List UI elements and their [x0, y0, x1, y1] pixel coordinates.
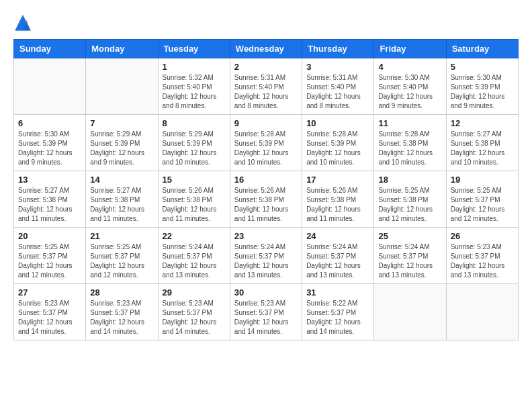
calendar-cell: 19Sunrise: 5:25 AM Sunset: 5:37 PM Dayli… — [446, 171, 518, 228]
day-number: 24 — [306, 231, 369, 241]
calendar-cell: 26Sunrise: 5:23 AM Sunset: 5:37 PM Dayli… — [446, 228, 518, 284]
day-info: Sunrise: 5:25 AM Sunset: 5:37 PM Dayligh… — [451, 186, 514, 224]
calendar-cell: 4Sunrise: 5:30 AM Sunset: 5:40 PM Daylig… — [374, 58, 446, 115]
calendar-cell: 13Sunrise: 5:27 AM Sunset: 5:38 PM Dayli… — [14, 171, 86, 228]
day-info: Sunrise: 5:32 AM Sunset: 5:40 PM Dayligh… — [163, 73, 226, 111]
calendar-cell: 14Sunrise: 5:27 AM Sunset: 5:38 PM Dayli… — [86, 171, 158, 228]
day-number: 26 — [451, 231, 514, 241]
day-number: 16 — [234, 175, 298, 185]
day-number: 13 — [18, 175, 81, 185]
page-header — [13, 13, 519, 32]
calendar-cell: 29Sunrise: 5:23 AM Sunset: 5:37 PM Dayli… — [158, 284, 230, 340]
calendar-header-tuesday: Tuesday — [158, 40, 230, 58]
day-number: 10 — [306, 118, 369, 128]
calendar-header-friday: Friday — [374, 40, 446, 58]
logo — [13, 13, 35, 32]
day-number: 14 — [90, 175, 153, 185]
day-info: Sunrise: 5:23 AM Sunset: 5:37 PM Dayligh… — [451, 242, 514, 280]
calendar-cell: 10Sunrise: 5:28 AM Sunset: 5:39 PM Dayli… — [302, 115, 374, 171]
calendar-cell: 7Sunrise: 5:29 AM Sunset: 5:39 PM Daylig… — [86, 115, 158, 171]
calendar-week-1: 1Sunrise: 5:32 AM Sunset: 5:40 PM Daylig… — [14, 58, 519, 115]
calendar-cell: 31Sunrise: 5:22 AM Sunset: 5:37 PM Dayli… — [302, 284, 374, 340]
calendar-cell: 20Sunrise: 5:25 AM Sunset: 5:37 PM Dayli… — [14, 228, 86, 284]
calendar-cell: 25Sunrise: 5:24 AM Sunset: 5:37 PM Dayli… — [374, 228, 446, 284]
calendar-cell: 30Sunrise: 5:23 AM Sunset: 5:37 PM Dayli… — [230, 284, 302, 340]
day-number: 8 — [163, 118, 226, 128]
calendar-week-2: 6Sunrise: 5:30 AM Sunset: 5:39 PM Daylig… — [14, 115, 519, 171]
calendar-cell: 6Sunrise: 5:30 AM Sunset: 5:39 PM Daylig… — [14, 115, 86, 171]
day-info: Sunrise: 5:27 AM Sunset: 5:38 PM Dayligh… — [90, 186, 153, 224]
day-info: Sunrise: 5:30 AM Sunset: 5:39 PM Dayligh… — [18, 130, 81, 167]
day-number: 3 — [306, 62, 369, 72]
day-number: 17 — [306, 175, 369, 185]
day-number: 5 — [451, 62, 514, 72]
calendar-cell: 1Sunrise: 5:32 AM Sunset: 5:40 PM Daylig… — [158, 58, 230, 115]
day-info: Sunrise: 5:28 AM Sunset: 5:39 PM Dayligh… — [234, 130, 298, 167]
day-number: 30 — [234, 287, 298, 298]
day-number: 23 — [234, 231, 298, 241]
calendar-header-row: SundayMondayTuesdayWednesdayThursdayFrid… — [14, 40, 519, 58]
calendar-header-wednesday: Wednesday — [230, 40, 302, 58]
calendar-cell: 18Sunrise: 5:25 AM Sunset: 5:38 PM Dayli… — [374, 171, 446, 228]
day-info: Sunrise: 5:27 AM Sunset: 5:38 PM Dayligh… — [451, 130, 514, 167]
day-info: Sunrise: 5:30 AM Sunset: 5:40 PM Dayligh… — [378, 73, 441, 111]
calendar-week-4: 20Sunrise: 5:25 AM Sunset: 5:37 PM Dayli… — [14, 228, 519, 284]
day-number: 28 — [90, 287, 153, 298]
calendar-cell: 22Sunrise: 5:24 AM Sunset: 5:37 PM Dayli… — [158, 228, 230, 284]
calendar-header-sunday: Sunday — [14, 40, 86, 58]
day-number: 31 — [306, 287, 369, 298]
calendar-week-3: 13Sunrise: 5:27 AM Sunset: 5:38 PM Dayli… — [14, 171, 519, 228]
day-info: Sunrise: 5:29 AM Sunset: 5:39 PM Dayligh… — [90, 130, 153, 167]
day-info: Sunrise: 5:24 AM Sunset: 5:37 PM Dayligh… — [234, 242, 298, 280]
calendar-cell: 9Sunrise: 5:28 AM Sunset: 5:39 PM Daylig… — [230, 115, 302, 171]
day-number: 9 — [234, 118, 298, 128]
day-info: Sunrise: 5:26 AM Sunset: 5:38 PM Dayligh… — [234, 186, 298, 224]
calendar-cell: 17Sunrise: 5:26 AM Sunset: 5:38 PM Dayli… — [302, 171, 374, 228]
day-number: 18 — [378, 175, 441, 185]
day-info: Sunrise: 5:25 AM Sunset: 5:38 PM Dayligh… — [378, 186, 441, 224]
day-number: 6 — [18, 118, 81, 128]
calendar-cell: 3Sunrise: 5:31 AM Sunset: 5:40 PM Daylig… — [302, 58, 374, 115]
day-number: 2 — [234, 62, 298, 72]
day-info: Sunrise: 5:30 AM Sunset: 5:39 PM Dayligh… — [451, 73, 514, 111]
day-number: 7 — [90, 118, 153, 128]
day-info: Sunrise: 5:22 AM Sunset: 5:37 PM Dayligh… — [306, 299, 369, 336]
calendar-cell: 5Sunrise: 5:30 AM Sunset: 5:39 PM Daylig… — [446, 58, 518, 115]
day-info: Sunrise: 5:23 AM Sunset: 5:37 PM Dayligh… — [90, 299, 153, 336]
day-number: 20 — [18, 231, 81, 241]
day-info: Sunrise: 5:29 AM Sunset: 5:39 PM Dayligh… — [163, 130, 226, 167]
day-info: Sunrise: 5:27 AM Sunset: 5:38 PM Dayligh… — [18, 186, 81, 224]
day-info: Sunrise: 5:25 AM Sunset: 5:37 PM Dayligh… — [90, 242, 153, 280]
day-info: Sunrise: 5:31 AM Sunset: 5:40 PM Dayligh… — [306, 73, 369, 111]
day-info: Sunrise: 5:25 AM Sunset: 5:37 PM Dayligh… — [18, 242, 81, 280]
day-info: Sunrise: 5:26 AM Sunset: 5:38 PM Dayligh… — [306, 186, 369, 224]
calendar-cell — [14, 58, 86, 115]
calendar-header-thursday: Thursday — [302, 40, 374, 58]
calendar-cell — [374, 284, 446, 340]
day-number: 29 — [163, 287, 226, 298]
day-info: Sunrise: 5:26 AM Sunset: 5:38 PM Dayligh… — [163, 186, 226, 224]
day-number: 12 — [451, 118, 514, 128]
calendar-cell — [86, 58, 158, 115]
day-info: Sunrise: 5:24 AM Sunset: 5:37 PM Dayligh… — [378, 242, 441, 280]
calendar-header-monday: Monday — [86, 40, 158, 58]
day-number: 21 — [90, 231, 153, 241]
calendar-table: SundayMondayTuesdayWednesdayThursdayFrid… — [13, 39, 519, 340]
day-info: Sunrise: 5:23 AM Sunset: 5:37 PM Dayligh… — [18, 299, 81, 336]
calendar-week-5: 27Sunrise: 5:23 AM Sunset: 5:37 PM Dayli… — [14, 284, 519, 340]
calendar-cell: 2Sunrise: 5:31 AM Sunset: 5:40 PM Daylig… — [230, 58, 302, 115]
calendar-cell: 23Sunrise: 5:24 AM Sunset: 5:37 PM Dayli… — [230, 228, 302, 284]
day-info: Sunrise: 5:24 AM Sunset: 5:37 PM Dayligh… — [163, 242, 226, 280]
day-info: Sunrise: 5:28 AM Sunset: 5:38 PM Dayligh… — [378, 130, 441, 167]
day-number: 15 — [163, 175, 226, 185]
calendar-cell: 15Sunrise: 5:26 AM Sunset: 5:38 PM Dayli… — [158, 171, 230, 228]
calendar-cell: 24Sunrise: 5:24 AM Sunset: 5:37 PM Dayli… — [302, 228, 374, 284]
day-number: 19 — [451, 175, 514, 185]
logo-icon — [13, 13, 32, 32]
calendar-cell: 12Sunrise: 5:27 AM Sunset: 5:38 PM Dayli… — [446, 115, 518, 171]
calendar-cell: 8Sunrise: 5:29 AM Sunset: 5:39 PM Daylig… — [158, 115, 230, 171]
day-number: 22 — [163, 231, 226, 241]
day-number: 25 — [378, 231, 441, 241]
calendar-cell: 27Sunrise: 5:23 AM Sunset: 5:37 PM Dayli… — [14, 284, 86, 340]
day-info: Sunrise: 5:31 AM Sunset: 5:40 PM Dayligh… — [234, 73, 298, 111]
